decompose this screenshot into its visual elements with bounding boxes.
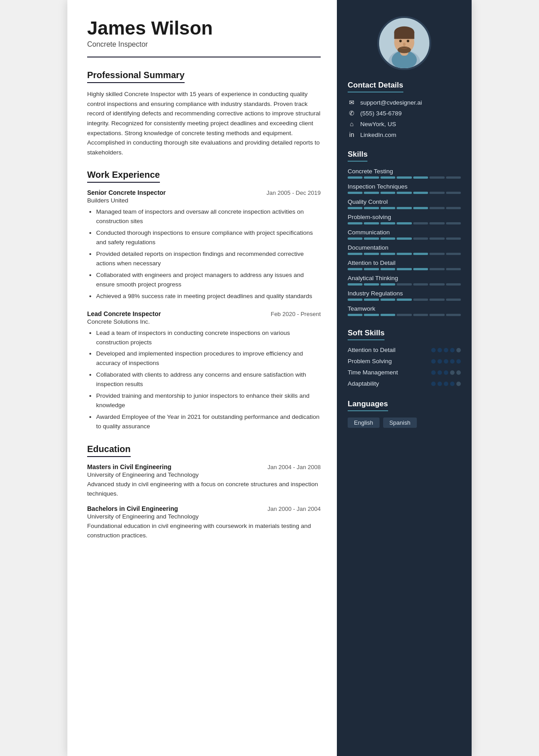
skill-segment <box>364 207 379 209</box>
bullet: Provided detailed reports on inspection … <box>96 250 321 268</box>
soft-skills-section: Soft Skills Attention to DetailProblem S… <box>337 329 472 400</box>
dot <box>431 382 436 386</box>
skill-bar <box>348 299 461 301</box>
skill-segment <box>380 283 395 286</box>
soft-skill-name: Attention to Detail <box>348 347 431 353</box>
edu-date-1: Jan 2004 - Jan 2008 <box>267 464 321 470</box>
skill-segment <box>397 207 411 209</box>
name-section: James Wilson Concrete Inspector <box>87 18 321 48</box>
skill-segment <box>380 176 395 179</box>
skill-bar <box>348 253 461 255</box>
skill-segment <box>364 176 379 179</box>
right-column: Contact Details ✉support@cvdesigner.ai✆(… <box>337 0 472 756</box>
skill-segment <box>348 176 362 179</box>
skill-segment <box>413 237 428 240</box>
contact-icon: in <box>348 131 356 138</box>
dot <box>431 370 436 375</box>
skill-item: Analytical Thinking <box>348 275 461 286</box>
summary-title: Professional Summary <box>87 70 185 83</box>
contact-text: NewYork, US <box>360 121 396 127</box>
skill-segment <box>446 253 461 255</box>
skill-item: Attention to Detail <box>348 259 461 270</box>
soft-skill-dots <box>431 348 461 352</box>
skill-name: Problem-solving <box>348 214 461 220</box>
job-entry-1: Senior Concrete Inspector Jan 2005 - Dec… <box>87 189 321 301</box>
job-entry-2: Lead Concrete Inspector Feb 2020 - Prese… <box>87 310 321 431</box>
skill-item: Industry Regulations <box>348 290 461 301</box>
skill-segment <box>446 176 461 179</box>
skill-segment <box>413 192 428 194</box>
dot <box>437 370 442 375</box>
svg-rect-6 <box>394 32 415 39</box>
skill-segment <box>380 314 395 316</box>
skill-segment <box>397 222 411 224</box>
soft-skill-item: Adaptability <box>348 380 461 387</box>
candidate-name: James Wilson <box>87 18 321 39</box>
work-experience-title: Work Experience <box>87 170 160 183</box>
skill-name: Communication <box>348 229 461 236</box>
skill-bar <box>348 268 461 270</box>
job-header-2: Lead Concrete Inspector Feb 2020 - Prese… <box>87 310 321 317</box>
skill-segment <box>413 253 428 255</box>
skill-segment <box>364 268 379 270</box>
dot <box>437 348 442 352</box>
edu-degree-2: Bachelors in Civil Engineering <box>87 505 178 512</box>
skill-segment <box>429 176 444 179</box>
candidate-title: Concrete Inspector <box>87 40 321 48</box>
job-title-1: Senior Concrete Inspector <box>87 189 166 196</box>
skill-segment <box>380 192 395 194</box>
work-experience-section: Work Experience Senior Concrete Inspecto… <box>87 170 321 431</box>
skill-bar <box>348 314 461 316</box>
dot <box>444 359 448 364</box>
skill-segment <box>348 237 362 240</box>
skill-segment <box>348 207 362 209</box>
skill-segment <box>413 299 428 301</box>
dot <box>450 370 455 375</box>
skill-segment <box>429 283 444 286</box>
contact-section: Contact Details ✉support@cvdesigner.ai✆(… <box>337 81 472 150</box>
job-title-2: Lead Concrete Inspector <box>87 310 161 317</box>
contact-icon: ✉ <box>348 99 356 106</box>
contact-title: Contact Details <box>348 81 403 92</box>
skill-segment <box>380 237 395 240</box>
bullet: Collaborated with engineers and project … <box>96 271 321 290</box>
skill-segment <box>348 299 362 301</box>
language-tag: Spanish <box>383 418 417 428</box>
skill-bar <box>348 237 461 240</box>
svg-point-7 <box>398 46 411 53</box>
edu-entry-1: Masters in Civil Engineering Jan 2004 - … <box>87 463 321 499</box>
skill-item: Quality Control <box>348 198 461 209</box>
skill-item: Inspection Techniques <box>348 183 461 194</box>
skill-segment <box>397 268 411 270</box>
skill-segment <box>446 207 461 209</box>
skill-segment <box>364 222 379 224</box>
job-date-1: Jan 2005 - Dec 2019 <box>266 189 321 196</box>
skill-segment <box>413 222 428 224</box>
bullet: Managed team of inspectors and oversaw a… <box>96 207 321 226</box>
languages-section: Languages EnglishSpanish <box>337 400 472 436</box>
skill-segment <box>413 176 428 179</box>
contact-item: inLinkedIn.com <box>348 131 461 138</box>
edu-header-2: Bachelors in Civil Engineering Jan 2000 … <box>87 505 321 512</box>
skill-segment <box>364 314 379 316</box>
skill-segment <box>429 268 444 270</box>
skill-segment <box>380 253 395 255</box>
edu-degree-1: Masters in Civil Engineering <box>87 463 172 470</box>
skill-bars: Concrete TestingInspection TechniquesQua… <box>348 168 461 316</box>
skill-segment <box>397 283 411 286</box>
skill-name: Analytical Thinking <box>348 275 461 281</box>
soft-skill-dots <box>431 359 461 364</box>
skill-segment <box>348 314 362 316</box>
skill-segment <box>397 314 411 316</box>
dot <box>444 382 448 386</box>
soft-skill-item: Problem Solving <box>348 358 461 365</box>
bullet: Achieved a 98% success rate in meeting p… <box>96 292 321 301</box>
soft-skill-item: Attention to Detail <box>348 347 461 353</box>
edu-desc-1: Advanced study in civil engineering with… <box>87 480 321 499</box>
soft-skill-name: Problem Solving <box>348 358 431 365</box>
skill-bar <box>348 283 461 286</box>
svg-point-8 <box>399 40 402 43</box>
soft-skill-items: Attention to DetailProblem SolvingTime M… <box>348 347 461 387</box>
skill-name: Teamwork <box>348 305 461 312</box>
skill-segment <box>446 299 461 301</box>
